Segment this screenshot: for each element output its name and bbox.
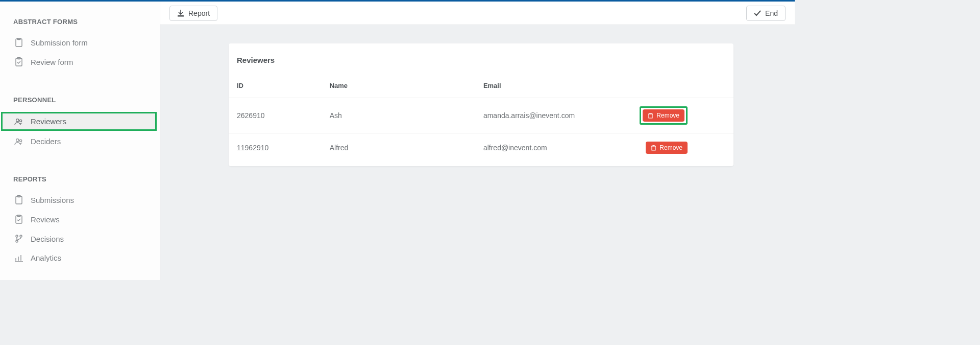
cell-email: alfred@inevent.com: [475, 133, 631, 163]
svg-point-7: [20, 140, 22, 142]
table-row: 2626910 Ash amanda.arrais@inevent.com: [229, 98, 733, 133]
clipboard-icon: [14, 195, 23, 204]
svg-point-5: [20, 120, 22, 122]
column-header-id: ID: [229, 77, 322, 98]
report-button-label: Report: [188, 9, 210, 17]
analytics-icon: [14, 254, 23, 262]
main-area: Report End Reviewers ID Name Email: [160, 2, 795, 280]
sidebar-item-analytics[interactable]: Analytics: [0, 248, 160, 267]
end-button[interactable]: End: [746, 6, 786, 21]
sidebar-item-decisions[interactable]: Decisions: [0, 229, 160, 248]
remove-button[interactable]: Remove: [646, 142, 688, 154]
sidebar-item-label: Reviews: [31, 215, 60, 224]
end-button-label: End: [765, 9, 778, 17]
sidebar-item-label: Deciders: [31, 137, 61, 146]
report-button[interactable]: Report: [169, 6, 217, 21]
clipboard-icon: [14, 38, 23, 47]
remove-button-label: Remove: [659, 144, 682, 151]
remove-button[interactable]: Remove: [643, 109, 684, 122]
cell-id: 11962910: [229, 133, 322, 163]
svg-rect-15: [178, 15, 184, 17]
sidebar-section-abstract-forms: ABSTRACT FORMS Submission form Review fo…: [0, 12, 160, 72]
panel-title: Reviewers: [229, 43, 733, 77]
remove-button-label: Remove: [656, 112, 679, 119]
svg-rect-2: [16, 58, 22, 66]
sidebar-item-submissions[interactable]: Submissions: [0, 190, 160, 210]
reviewers-panel: Reviewers ID Name Email 2626910 As: [229, 43, 733, 166]
svg-point-6: [16, 139, 19, 141]
sidebar-section-personnel: PERSONNEL Reviewers Deciders: [0, 90, 160, 151]
svg-point-12: [16, 235, 18, 237]
sidebar-item-label: Reviewers: [31, 117, 66, 126]
sidebar-item-label: Review form: [31, 58, 73, 66]
check-icon: [754, 10, 761, 16]
sidebar-item-label: Analytics: [31, 254, 61, 262]
svg-point-4: [16, 119, 19, 121]
trash-icon: [648, 112, 653, 119]
cell-email: amanda.arrais@inevent.com: [475, 98, 631, 133]
topbar: Report End: [160, 2, 795, 25]
users-icon: [14, 118, 23, 126]
sidebar-item-reviewers[interactable]: Reviewers: [1, 112, 157, 131]
clipboard-check-icon: [14, 57, 23, 66]
trash-icon: [651, 145, 656, 151]
sidebar-item-label: Submission form: [31, 38, 88, 47]
sidebar-item-deciders[interactable]: Deciders: [0, 132, 160, 151]
sidebar-item-review-form[interactable]: Review form: [0, 52, 160, 72]
cell-name: Ash: [322, 98, 475, 133]
svg-point-13: [20, 235, 22, 237]
sidebar: ABSTRACT FORMS Submission form Review fo…: [0, 2, 160, 280]
clipboard-check-icon: [14, 215, 23, 224]
cell-name: Alfred: [322, 133, 475, 163]
users-icon: [14, 137, 23, 146]
svg-rect-8: [16, 196, 22, 204]
reviewers-table: ID Name Email 2626910 Ash amanda.arrais@…: [229, 77, 733, 162]
remove-highlight: Remove: [640, 106, 688, 125]
svg-rect-10: [16, 216, 22, 223]
column-header-name: Name: [322, 77, 475, 98]
sidebar-item-label: Submissions: [31, 196, 74, 204]
column-header-action: [631, 77, 733, 98]
column-header-email: Email: [475, 77, 631, 98]
sidebar-heading-reports: REPORTS: [0, 169, 160, 190]
sidebar-section-reports: REPORTS Submissions Reviews Decisions: [0, 169, 160, 267]
sidebar-item-submission-form[interactable]: Submission form: [0, 33, 160, 52]
branch-icon: [14, 234, 23, 243]
table-row: 11962910 Alfred alfred@inevent.com Remov…: [229, 133, 733, 163]
cell-id: 2626910: [229, 98, 322, 133]
download-icon: [177, 10, 184, 17]
sidebar-heading-abstract-forms: ABSTRACT FORMS: [0, 12, 160, 33]
svg-rect-0: [16, 39, 22, 47]
sidebar-item-reviews[interactable]: Reviews: [0, 210, 160, 229]
sidebar-heading-personnel: PERSONNEL: [0, 90, 160, 111]
sidebar-item-label: Decisions: [31, 235, 64, 243]
